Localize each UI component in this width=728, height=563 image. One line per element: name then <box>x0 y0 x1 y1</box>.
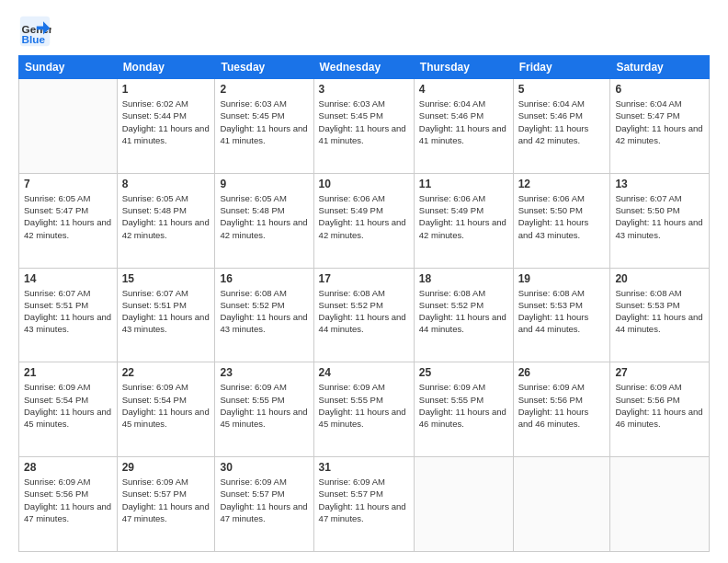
calendar-cell: 25 Sunrise: 6:09 AMSunset: 5:55 PMDaylig… <box>414 362 513 457</box>
week-row-2: 7 Sunrise: 6:05 AMSunset: 5:47 PMDayligh… <box>19 173 710 268</box>
day-detail: Sunrise: 6:09 AMSunset: 5:55 PMDaylight:… <box>220 381 308 430</box>
day-detail: Sunrise: 6:05 AMSunset: 5:47 PMDaylight:… <box>24 192 112 241</box>
calendar-cell: 16 Sunrise: 6:08 AMSunset: 5:52 PMDaylig… <box>215 268 313 362</box>
day-detail: Sunrise: 6:04 AMSunset: 5:47 PMDaylight:… <box>615 98 704 146</box>
calendar-cell: 20 Sunrise: 6:08 AMSunset: 5:53 PMDaylig… <box>610 268 710 362</box>
day-detail: Sunrise: 6:06 AMSunset: 5:49 PMDaylight:… <box>419 192 508 241</box>
day-detail: Sunrise: 6:05 AMSunset: 5:48 PMDaylight:… <box>122 192 210 241</box>
day-number: 3 <box>319 83 409 96</box>
day-number: 20 <box>615 272 704 285</box>
day-detail: Sunrise: 6:03 AMSunset: 5:45 PMDaylight:… <box>220 98 308 146</box>
day-detail: Sunrise: 6:05 AMSunset: 5:48 PMDaylight:… <box>220 192 308 241</box>
calendar-cell: 6 Sunrise: 6:04 AMSunset: 5:47 PMDayligh… <box>610 79 710 174</box>
calendar-cell <box>610 457 710 552</box>
calendar-table: SundayMondayTuesdayWednesdayThursdayFrid… <box>18 55 710 552</box>
day-number: 10 <box>319 178 409 190</box>
svg-text:Blue: Blue <box>22 33 46 45</box>
day-number: 28 <box>24 461 112 474</box>
day-number: 12 <box>518 178 606 190</box>
weekday-header-wednesday: Wednesday <box>313 56 414 79</box>
day-detail: Sunrise: 6:07 AMSunset: 5:50 PMDaylight:… <box>615 192 704 241</box>
calendar-cell: 19 Sunrise: 6:08 AMSunset: 5:53 PMDaylig… <box>513 268 610 362</box>
day-number: 16 <box>220 272 308 285</box>
day-detail: Sunrise: 6:09 AMSunset: 5:55 PMDaylight:… <box>319 381 409 430</box>
calendar-cell: 24 Sunrise: 6:09 AMSunset: 5:55 PMDaylig… <box>313 362 414 457</box>
calendar-cell: 30 Sunrise: 6:09 AMSunset: 5:57 PMDaylig… <box>215 457 313 552</box>
day-detail: Sunrise: 6:02 AMSunset: 5:44 PMDaylight:… <box>122 98 210 146</box>
day-number: 4 <box>419 83 508 96</box>
calendar-cell: 31 Sunrise: 6:09 AMSunset: 5:57 PMDaylig… <box>313 457 414 552</box>
day-detail: Sunrise: 6:08 AMSunset: 5:53 PMDaylight:… <box>518 287 606 336</box>
calendar-cell: 21 Sunrise: 6:09 AMSunset: 5:54 PMDaylig… <box>19 362 118 457</box>
day-detail: Sunrise: 6:09 AMSunset: 5:57 PMDaylight:… <box>319 476 409 524</box>
logo: General Blue <box>18 15 55 48</box>
calendar-cell <box>513 457 610 552</box>
day-number: 21 <box>24 366 112 379</box>
day-detail: Sunrise: 6:08 AMSunset: 5:53 PMDaylight:… <box>615 287 704 336</box>
logo-icon: General Blue <box>18 15 51 48</box>
calendar-cell: 5 Sunrise: 6:04 AMSunset: 5:46 PMDayligh… <box>513 79 610 174</box>
day-detail: Sunrise: 6:04 AMSunset: 5:46 PMDaylight:… <box>419 98 508 146</box>
day-number: 9 <box>220 178 308 190</box>
day-number: 11 <box>419 178 508 190</box>
day-number: 7 <box>24 178 112 190</box>
day-detail: Sunrise: 6:07 AMSunset: 5:51 PMDaylight:… <box>122 287 210 336</box>
day-number: 25 <box>419 366 508 379</box>
day-number: 29 <box>122 461 210 474</box>
calendar-cell: 26 Sunrise: 6:09 AMSunset: 5:56 PMDaylig… <box>513 362 610 457</box>
calendar-cell: 4 Sunrise: 6:04 AMSunset: 5:46 PMDayligh… <box>414 79 513 174</box>
day-number: 1 <box>122 83 210 96</box>
week-row-1: 1 Sunrise: 6:02 AMSunset: 5:44 PMDayligh… <box>19 79 710 174</box>
day-number: 5 <box>518 83 606 96</box>
day-number: 27 <box>615 366 704 379</box>
day-number: 31 <box>319 461 409 474</box>
calendar-cell: 10 Sunrise: 6:06 AMSunset: 5:49 PMDaylig… <box>313 173 414 268</box>
header: General Blue <box>18 15 710 48</box>
weekday-header-row: SundayMondayTuesdayWednesdayThursdayFrid… <box>19 56 710 79</box>
day-number: 24 <box>319 366 409 379</box>
calendar-cell: 27 Sunrise: 6:09 AMSunset: 5:56 PMDaylig… <box>610 362 710 457</box>
weekday-header-friday: Friday <box>513 56 610 79</box>
day-number: 23 <box>220 366 308 379</box>
day-number: 18 <box>419 272 508 285</box>
week-row-3: 14 Sunrise: 6:07 AMSunset: 5:51 PMDaylig… <box>19 268 710 362</box>
calendar-cell: 13 Sunrise: 6:07 AMSunset: 5:50 PMDaylig… <box>610 173 710 268</box>
day-number: 13 <box>615 178 704 190</box>
day-detail: Sunrise: 6:08 AMSunset: 5:52 PMDaylight:… <box>220 287 308 336</box>
day-detail: Sunrise: 6:09 AMSunset: 5:57 PMDaylight:… <box>122 476 210 524</box>
day-number: 2 <box>220 83 308 96</box>
page: General Blue SundayMondayTuesdayWednesda… <box>0 0 728 563</box>
calendar-cell: 7 Sunrise: 6:05 AMSunset: 5:47 PMDayligh… <box>19 173 118 268</box>
day-number: 30 <box>220 461 308 474</box>
calendar-cell: 15 Sunrise: 6:07 AMSunset: 5:51 PMDaylig… <box>117 268 215 362</box>
calendar-cell: 22 Sunrise: 6:09 AMSunset: 5:54 PMDaylig… <box>117 362 215 457</box>
calendar-cell: 28 Sunrise: 6:09 AMSunset: 5:56 PMDaylig… <box>19 457 118 552</box>
calendar-cell: 3 Sunrise: 6:03 AMSunset: 5:45 PMDayligh… <box>313 79 414 174</box>
weekday-header-sunday: Sunday <box>19 56 118 79</box>
week-row-5: 28 Sunrise: 6:09 AMSunset: 5:56 PMDaylig… <box>19 457 710 552</box>
calendar-cell: 18 Sunrise: 6:08 AMSunset: 5:52 PMDaylig… <box>414 268 513 362</box>
day-number: 17 <box>319 272 409 285</box>
calendar-cell: 11 Sunrise: 6:06 AMSunset: 5:49 PMDaylig… <box>414 173 513 268</box>
weekday-header-thursday: Thursday <box>414 56 513 79</box>
day-number: 19 <box>518 272 606 285</box>
day-detail: Sunrise: 6:09 AMSunset: 5:56 PMDaylight:… <box>24 476 112 524</box>
day-detail: Sunrise: 6:09 AMSunset: 5:56 PMDaylight:… <box>615 381 704 430</box>
day-detail: Sunrise: 6:09 AMSunset: 5:56 PMDaylight:… <box>518 381 606 430</box>
day-number: 14 <box>24 272 112 285</box>
day-detail: Sunrise: 6:08 AMSunset: 5:52 PMDaylight:… <box>319 287 409 336</box>
calendar-cell <box>19 79 118 174</box>
day-detail: Sunrise: 6:09 AMSunset: 5:54 PMDaylight:… <box>24 381 112 430</box>
calendar-cell: 8 Sunrise: 6:05 AMSunset: 5:48 PMDayligh… <box>117 173 215 268</box>
week-row-4: 21 Sunrise: 6:09 AMSunset: 5:54 PMDaylig… <box>19 362 710 457</box>
calendar-cell: 9 Sunrise: 6:05 AMSunset: 5:48 PMDayligh… <box>215 173 313 268</box>
calendar-cell: 29 Sunrise: 6:09 AMSunset: 5:57 PMDaylig… <box>117 457 215 552</box>
weekday-header-monday: Monday <box>117 56 215 79</box>
calendar-cell: 12 Sunrise: 6:06 AMSunset: 5:50 PMDaylig… <box>513 173 610 268</box>
day-detail: Sunrise: 6:08 AMSunset: 5:52 PMDaylight:… <box>419 287 508 336</box>
day-detail: Sunrise: 6:06 AMSunset: 5:50 PMDaylight:… <box>518 192 606 241</box>
day-number: 8 <box>122 178 210 190</box>
calendar-cell: 1 Sunrise: 6:02 AMSunset: 5:44 PMDayligh… <box>117 79 215 174</box>
calendar-cell <box>414 457 513 552</box>
day-detail: Sunrise: 6:07 AMSunset: 5:51 PMDaylight:… <box>24 287 112 336</box>
